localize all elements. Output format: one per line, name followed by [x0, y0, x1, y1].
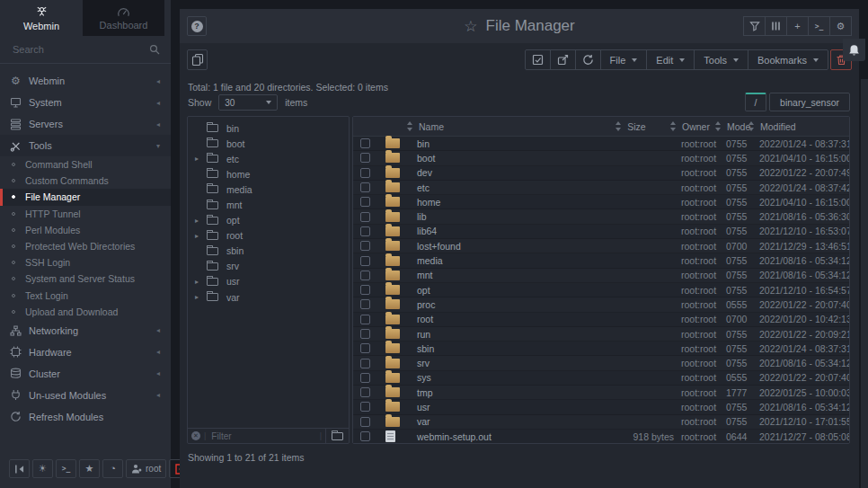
new-tab-button[interactable]: +	[786, 16, 809, 36]
search-icon[interactable]	[149, 44, 160, 55]
file-name[interactable]: boot	[407, 153, 588, 164]
row-checkbox[interactable]	[360, 329, 370, 339]
file-row[interactable]: home root:root 0755 2021/04/10 - 16:15:0…	[353, 195, 849, 209]
tree-node[interactable]: ▸ media	[188, 182, 349, 197]
tools-submenu-item[interactable]: Perl Modules	[0, 222, 171, 238]
settings-button[interactable]: ⚙	[829, 16, 852, 36]
tree-node[interactable]: ▸ mnt	[188, 197, 349, 212]
file-name[interactable]: sbin	[407, 343, 588, 354]
row-checkbox[interactable]	[360, 343, 370, 353]
tree-node[interactable]: ▸ home	[188, 166, 349, 182]
file-row[interactable]: lost+found root:root 0700 2021/12/29 - 1…	[353, 239, 849, 253]
tree-node[interactable]: ▸ usr	[188, 274, 349, 289]
tools-submenu-item[interactable]: Custom Commands	[0, 173, 171, 189]
file-name[interactable]: var	[407, 416, 588, 427]
file-name[interactable]: tmp	[407, 387, 588, 398]
file-row[interactable]: run root:root 0755 2022/01/22 - 20:09:21	[353, 327, 849, 342]
column-header-owner[interactable]: Owner	[674, 121, 719, 132]
tools-submenu-item[interactable]: File Manager	[0, 189, 171, 205]
file-name[interactable]: webmin-setup.out	[407, 431, 588, 442]
tools-menu-button[interactable]: Tools	[694, 49, 748, 70]
bookmarks-menu-button[interactable]: Bookmarks	[748, 49, 828, 70]
search-input[interactable]	[11, 43, 144, 56]
tree-filter-input[interactable]	[209, 430, 315, 442]
sidebar-item-system[interactable]: System ◂	[0, 92, 171, 113]
expand-arrow-icon[interactable]: ▸	[195, 155, 207, 163]
sidebar-item-networking[interactable]: Networking ◂	[0, 320, 171, 342]
shell-button[interactable]: >_	[808, 16, 830, 36]
row-checkbox[interactable]	[360, 431, 370, 441]
sidebar-item-hardware[interactable]: Hardware ◂	[0, 342, 171, 363]
column-header-modified[interactable]: Modified	[752, 121, 849, 132]
file-row[interactable]: tmp root:root 1777 2022/01/25 - 10:00:03	[353, 386, 849, 400]
file-row[interactable]: media root:root 0755 2021/08/16 - 05:34:…	[353, 253, 849, 268]
file-name[interactable]: usr	[407, 402, 588, 413]
row-checkbox[interactable]	[360, 271, 370, 280]
file-name[interactable]: media	[407, 255, 588, 266]
file-name[interactable]: lib64	[407, 226, 588, 236]
file-menu-button[interactable]: File	[600, 49, 648, 70]
favorites-button[interactable]: ★	[79, 459, 100, 478]
file-row[interactable]: root root:root 0700 2022/01/20 - 10:42:1…	[353, 313, 849, 327]
row-checkbox[interactable]	[360, 373, 370, 383]
file-row[interactable]: proc root:root 0555 2022/01/22 - 20:07:4…	[353, 297, 849, 312]
tools-submenu-item[interactable]: Upload and Download	[0, 304, 171, 320]
sidebar-item-tools[interactable]: Tools ▾	[0, 135, 171, 156]
tools-submenu-item[interactable]: Text Login	[0, 288, 171, 304]
column-header-mode[interactable]: Mode	[719, 121, 752, 132]
file-row[interactable]: webmin-setup.out 918 bytes root:root 064…	[353, 430, 849, 444]
row-checkbox[interactable]	[360, 402, 370, 412]
tree-node[interactable]: ▸ opt	[188, 213, 349, 228]
expand-arrow-icon[interactable]: ▸	[195, 278, 207, 286]
filter-button[interactable]	[743, 16, 766, 36]
file-name[interactable]: opt	[407, 285, 588, 296]
file-row[interactable]: lib root:root 0755 2021/08/16 - 05:36:30	[353, 209, 849, 224]
file-row[interactable]: sbin root:root 0755 2022/01/24 - 08:37:3…	[353, 342, 849, 356]
notifications-tab[interactable]	[843, 39, 865, 61]
file-name[interactable]: mnt	[407, 270, 588, 280]
file-row[interactable]: lib64 root:root 0755 2021/12/10 - 16:53:…	[353, 225, 849, 239]
file-row[interactable]: opt root:root 0755 2021/12/10 - 16:54:57	[353, 283, 849, 297]
file-name[interactable]: srv	[407, 358, 588, 368]
expand-arrow-icon[interactable]: ▸	[195, 232, 207, 240]
user-button[interactable]: root	[126, 459, 166, 478]
file-row[interactable]: bin root:root 0755 2022/01/24 - 08:37:31	[353, 137, 849, 151]
sidebar-item-servers[interactable]: Servers ◂	[0, 113, 171, 135]
row-checkbox[interactable]	[360, 182, 370, 192]
row-checkbox[interactable]	[360, 197, 370, 207]
tab-webmin[interactable]: Webmin	[0, 0, 83, 36]
row-checkbox[interactable]	[360, 359, 370, 368]
file-row[interactable]: var root:root 0755 2021/12/10 - 17:01:55	[353, 415, 849, 430]
file-row[interactable]: dev root:root 0755 2022/01/22 - 20:07:49	[353, 166, 849, 181]
tools-submenu-item[interactable]: HTTP Tunnel	[0, 206, 171, 222]
row-checkbox[interactable]	[360, 138, 370, 148]
theme-toggle-button[interactable]: ☀	[32, 459, 53, 478]
export-button[interactable]	[550, 49, 576, 70]
tools-submenu-item[interactable]: System and Server Status	[0, 271, 171, 287]
row-checkbox[interactable]	[360, 387, 370, 397]
file-name[interactable]: bin	[407, 138, 588, 149]
breadcrumb-current-dir[interactable]: binary_sensor	[769, 93, 850, 111]
row-checkbox[interactable]	[360, 256, 370, 266]
tree-node[interactable]: ▸ etc	[188, 151, 349, 166]
file-name[interactable]: lib	[407, 211, 588, 222]
file-name[interactable]: proc	[407, 299, 588, 310]
row-checkbox[interactable]	[360, 226, 370, 236]
page-scrollbar[interactable]	[861, 79, 868, 488]
column-header-name[interactable]: Name	[407, 121, 588, 132]
page-size-select[interactable]: 30	[218, 94, 278, 111]
language-button[interactable]: ◔	[102, 459, 123, 478]
file-name[interactable]: run	[407, 329, 588, 340]
row-checkbox[interactable]	[360, 153, 370, 163]
row-checkbox[interactable]	[360, 212, 370, 222]
file-row[interactable]: boot root:root 0755 2021/04/10 - 16:15:0…	[353, 151, 849, 165]
tab-dashboard[interactable]: Dashboard	[83, 0, 164, 36]
tree-node[interactable]: ▸ boot	[188, 136, 349, 151]
tree-node[interactable]: ▸ sbin	[188, 244, 349, 259]
sidebar-item-unused-modules[interactable]: Un-used Modules ◂	[0, 385, 171, 406]
expand-arrow-icon[interactable]: ▸	[195, 217, 207, 225]
row-checkbox[interactable]	[360, 417, 370, 427]
columns-button[interactable]	[765, 16, 787, 36]
tree-node[interactable]: ▸ root	[188, 228, 349, 244]
file-name[interactable]: lost+found	[407, 241, 588, 252]
